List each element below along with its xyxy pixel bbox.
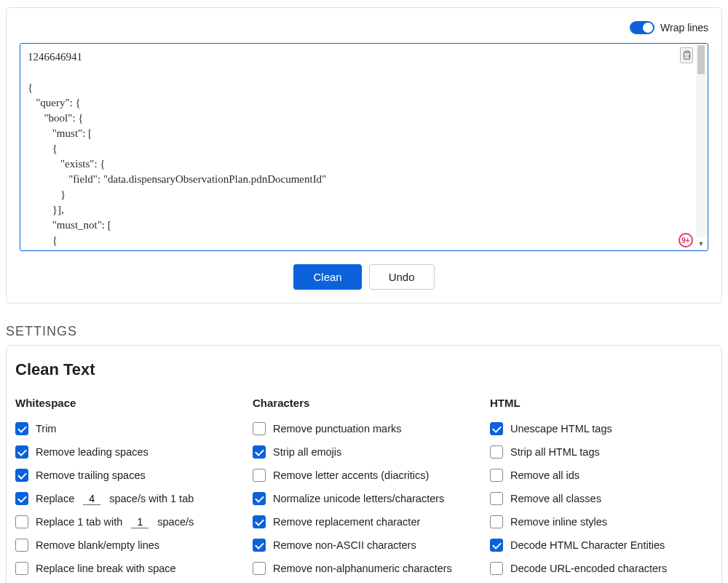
remove-replacement-label: Remove replacement character (273, 516, 420, 528)
text-content[interactable]: 1246646941 { "query": { "bool": { "must"… (20, 44, 708, 250)
replace-linebreak-label: Replace line break with space (36, 563, 176, 574)
remove-blank-checkbox[interactable] (15, 539, 28, 552)
replace-tab-suffix: space/s (157, 516, 194, 528)
settings-title: Clean Text (15, 360, 713, 379)
scrollbar[interactable] (696, 45, 706, 237)
replace-spaces-checkbox[interactable] (15, 492, 28, 505)
trim-label: Trim (36, 423, 56, 435)
replace-spaces-prefix: Replace (36, 493, 74, 504)
remove-trailing-label: Remove trailing spaces (36, 469, 146, 481)
scrollbar-thumb[interactable] (697, 45, 705, 74)
replace-linebreak-checkbox[interactable] (15, 562, 28, 575)
settings-card: Clean Text Whitespace Trim Remove leadin… (6, 345, 722, 583)
remove-ids-label: Remove all ids (510, 469, 579, 481)
wrap-lines-label: Wrap lines (660, 22, 708, 33)
decode-url-checkbox[interactable] (490, 562, 503, 575)
remove-accents-label: Remove letter accents (diacritics) (273, 469, 429, 481)
remove-punct-checkbox[interactable] (253, 422, 266, 435)
remove-inline-label: Remove inline styles (510, 516, 607, 528)
html-title: HTML (490, 397, 713, 409)
replace-tab-checkbox[interactable] (15, 515, 28, 528)
remove-ids-checkbox[interactable] (490, 469, 503, 482)
remove-nonalpha-checkbox[interactable] (253, 562, 266, 575)
remove-leading-checkbox[interactable] (15, 445, 28, 459)
decode-entities-checkbox[interactable] (490, 539, 503, 552)
unescape-label: Unescape HTML tags (510, 423, 612, 435)
clipboard-icon[interactable] (680, 47, 693, 63)
text-input-area[interactable]: 1246646941 { "query": { "bool": { "must"… (20, 43, 708, 251)
scroll-down-icon[interactable]: ▼ (696, 239, 706, 249)
svg-rect-1 (686, 51, 689, 53)
remove-replacement-checkbox[interactable] (253, 515, 266, 528)
replace-spaces-suffix: space/s with 1 tab (109, 493, 194, 504)
clean-button[interactable]: Clean (293, 264, 361, 290)
remove-accents-checkbox[interactable] (253, 469, 266, 482)
remove-blank-label: Remove blank/empty lines (36, 539, 159, 551)
normalize-checkbox[interactable] (253, 492, 266, 505)
remove-leading-label: Remove leading spaces (36, 446, 149, 458)
strip-tags-label: Strip all HTML tags (510, 446, 600, 458)
characters-column: Characters Remove punctuation marks Stri… (253, 397, 475, 583)
html-column: HTML Unescape HTML tags Strip all HTML t… (490, 397, 713, 583)
wrap-lines-toggle[interactable] (630, 21, 654, 34)
undo-button[interactable]: Undo (369, 264, 435, 290)
input-card: Wrap lines 1246646941 { "query": { "bool… (6, 7, 722, 304)
replace-tab-prefix: Replace 1 tab with (36, 516, 122, 528)
strip-tags-checkbox[interactable] (490, 445, 503, 459)
remove-nonascii-checkbox[interactable] (253, 539, 266, 552)
whitespace-column: Whitespace Trim Remove leading spaces Re… (15, 397, 238, 583)
settings-heading: SETTINGS (6, 324, 728, 339)
remove-classes-checkbox[interactable] (490, 492, 503, 505)
remove-nonascii-label: Remove non-ASCII characters (273, 539, 416, 551)
normalize-label: Normalize unicode letters/characters (273, 493, 444, 504)
replace-tab-input[interactable] (131, 516, 149, 528)
count-badge: 9+ (678, 233, 693, 247)
strip-emoji-checkbox[interactable] (253, 445, 266, 459)
trim-checkbox[interactable] (15, 422, 28, 435)
decode-url-label: Decode URL-encoded characters (510, 563, 667, 574)
characters-title: Characters (253, 397, 475, 409)
remove-punct-label: Remove punctuation marks (273, 423, 402, 435)
replace-spaces-input[interactable] (83, 493, 100, 505)
remove-classes-label: Remove all classes (510, 493, 601, 504)
remove-inline-checkbox[interactable] (490, 515, 503, 528)
remove-nonalpha-label: Remove non-alphanumeric characters (273, 563, 452, 574)
remove-trailing-checkbox[interactable] (15, 469, 28, 482)
unescape-checkbox[interactable] (490, 422, 503, 435)
strip-emoji-label: Strip all emojis (273, 446, 341, 458)
decode-entities-label: Decode HTML Character Entities (510, 539, 665, 551)
whitespace-title: Whitespace (15, 397, 238, 409)
